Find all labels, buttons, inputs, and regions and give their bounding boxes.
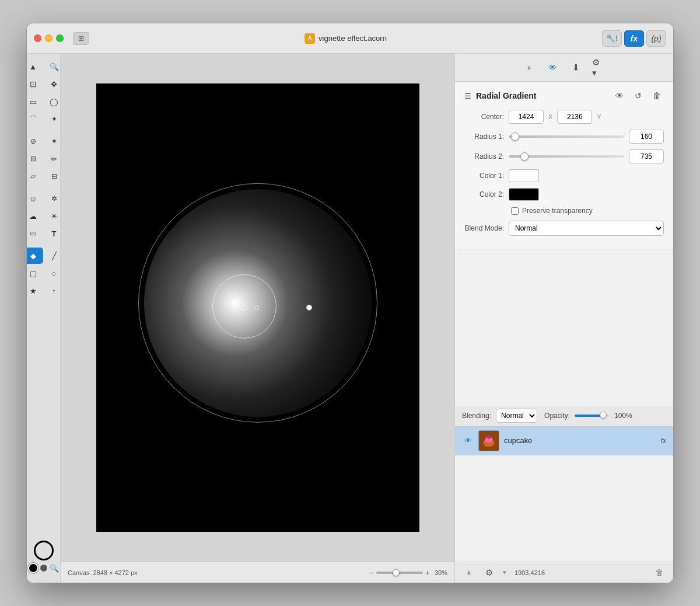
stamp-tool[interactable]: ☺ bbox=[27, 190, 43, 207]
opacity-slider-thumb[interactable] bbox=[600, 412, 607, 419]
layers-toolbar: Blending: Normal Multiply Screen Opacity… bbox=[455, 406, 673, 427]
zoom-tool-bottom[interactable]: 🔍 bbox=[49, 563, 60, 573]
radius1-slider-thumb[interactable] bbox=[511, 133, 519, 141]
color1-row: Color 1: bbox=[464, 169, 664, 182]
preserve-transparency-label[interactable]: Preserve transparency bbox=[522, 207, 593, 215]
blending-row: Blending: Normal Multiply Screen bbox=[462, 409, 537, 423]
svg-point-5 bbox=[490, 438, 491, 439]
fx-button[interactable]: fx bbox=[624, 30, 644, 47]
add-layer-button[interactable]: + bbox=[462, 566, 476, 580]
filter-icons: 👁 ↺ 🗑 bbox=[612, 89, 664, 103]
color1-swatch[interactable] bbox=[509, 169, 539, 182]
color2-row: Color 2: bbox=[464, 188, 664, 201]
crop-tool[interactable]: ⊡ bbox=[27, 76, 43, 92]
color-switcher-area: 🔍 bbox=[28, 563, 60, 573]
opacity-slider[interactable] bbox=[575, 415, 610, 417]
star-tool[interactable]: ★ bbox=[27, 283, 43, 299]
script-button[interactable]: (p) bbox=[646, 30, 666, 47]
settings-icon[interactable]: ⚙ ▾ bbox=[592, 61, 606, 75]
radius2-dot[interactable] bbox=[306, 305, 312, 311]
center-label: Center: bbox=[464, 113, 504, 121]
add-filter-icon[interactable]: + bbox=[522, 61, 536, 75]
tools-button[interactable]: 🔧! bbox=[602, 30, 622, 47]
panel-toolbar: + 👁 ⬇ ⚙ ▾ bbox=[455, 54, 673, 82]
center-y-input[interactable] bbox=[557, 110, 592, 124]
radius2-slider-thumb[interactable] bbox=[520, 152, 528, 161]
pen-tool[interactable]: ◆ bbox=[27, 248, 43, 264]
blend-mode-select[interactable]: Normal Multiply Screen Overlay Darken Li… bbox=[509, 221, 664, 236]
color2-swatch[interactable] bbox=[509, 188, 539, 201]
canvas-container[interactable] bbox=[61, 54, 454, 562]
filter-delete-icon[interactable]: 🗑 bbox=[650, 89, 664, 103]
filter-drag-handle[interactable]: ☰ bbox=[464, 92, 471, 100]
preserve-transparency-checkbox[interactable] bbox=[511, 207, 519, 215]
color1-label: Color 1: bbox=[464, 172, 504, 180]
delete-layer-button[interactable]: 🗑 bbox=[652, 566, 666, 580]
tool-row-5: ⊘ ✶ bbox=[27, 133, 64, 149]
background-color[interactable] bbox=[40, 564, 48, 572]
title-area: A vignette effect.acorn bbox=[94, 33, 597, 44]
radius2-input[interactable] bbox=[629, 149, 664, 163]
blending-select[interactable]: Normal Multiply Screen bbox=[496, 409, 537, 423]
panel-spacer bbox=[455, 249, 673, 406]
brush-size-indicator bbox=[34, 541, 54, 560]
titlebar: ⊞ A vignette effect.acorn 🔧! fx (p) bbox=[27, 23, 673, 54]
canvas-area: Canvas: 2848 × 4272 px − + 30% bbox=[61, 54, 454, 583]
rect-select-tool[interactable]: ▭ bbox=[27, 93, 43, 110]
center-dot[interactable] bbox=[242, 305, 247, 311]
sidebar-toggle-button[interactable]: ⊞ bbox=[73, 32, 89, 45]
arrow-tool[interactable]: ▲ bbox=[27, 58, 43, 75]
eyedropper-tool[interactable]: ⊘ bbox=[27, 133, 43, 149]
eye-icon[interactable]: 👁 bbox=[545, 61, 559, 75]
bottom-separator: ▾ bbox=[503, 569, 506, 576]
tool-row-3: ▭ ◯ bbox=[27, 93, 64, 110]
zoom-slider-thumb[interactable] bbox=[393, 569, 400, 576]
canvas[interactable] bbox=[96, 83, 419, 532]
right-panel: + 👁 ⬇ ⚙ ▾ ☰ Radial Gradient 👁 ↺ 🗑 bbox=[454, 54, 673, 583]
layer-settings-button[interactable]: ⚙ bbox=[482, 566, 496, 580]
lasso-tool[interactable]: ⌒ bbox=[27, 111, 43, 127]
zoom-in-button[interactable]: + bbox=[425, 568, 430, 577]
minimize-button[interactable] bbox=[45, 34, 52, 42]
zoom-out-button[interactable]: − bbox=[369, 568, 374, 577]
tool-row-12: ▢ ○ bbox=[27, 265, 64, 281]
layer-fx-badge[interactable]: fx bbox=[661, 437, 666, 445]
zoom-slider[interactable] bbox=[376, 572, 423, 574]
radius1-slider[interactable] bbox=[509, 135, 624, 138]
svg-point-4 bbox=[487, 438, 488, 439]
filter-visibility-icon[interactable]: 👁 bbox=[612, 89, 626, 103]
close-button[interactable] bbox=[34, 34, 41, 42]
rect-outline-tool[interactable]: ▢ bbox=[27, 265, 43, 281]
filter-title: Radial Gradient bbox=[476, 91, 608, 100]
tool-row-11: ◆ ╱ bbox=[27, 248, 64, 264]
tool-row-13: ★ ↑ bbox=[27, 283, 64, 299]
blending-label: Blending: bbox=[462, 412, 491, 420]
maximize-button[interactable] bbox=[56, 34, 64, 42]
x-badge: X bbox=[548, 113, 552, 120]
layer-thumbnail bbox=[478, 430, 499, 451]
radius1-row: Radius 1: bbox=[464, 130, 664, 144]
rect-shape-tool[interactable]: ▭ bbox=[27, 225, 43, 242]
filter-header: ☰ Radial Gradient 👁 ↺ 🗑 bbox=[464, 89, 664, 103]
opacity-value: 100% bbox=[614, 412, 632, 420]
bottom-bar: + ⚙ ▾ 1903,4216 🗑 bbox=[455, 562, 673, 583]
filter-reset-icon[interactable]: ↺ bbox=[631, 89, 645, 103]
center-x-input[interactable] bbox=[509, 110, 544, 124]
traffic-lights bbox=[34, 34, 64, 42]
layer-visibility-toggle[interactable]: 👁 bbox=[462, 435, 474, 447]
foreground-color[interactable] bbox=[28, 563, 38, 573]
color2-label: Color 2: bbox=[464, 190, 504, 198]
filter-section: ☰ Radial Gradient 👁 ↺ 🗑 Center: X Y bbox=[455, 82, 673, 249]
radius1-input[interactable] bbox=[629, 130, 664, 144]
eraser-tool[interactable]: ▱ bbox=[27, 168, 43, 184]
radius1-dot[interactable] bbox=[254, 305, 259, 310]
layer-item[interactable]: 👁 cupcake fx bbox=[455, 427, 673, 455]
radius1-label: Radius 1: bbox=[464, 133, 504, 141]
download-icon[interactable]: ⬇ bbox=[569, 61, 583, 75]
cloud-tool[interactable]: ☁ bbox=[27, 208, 43, 224]
radius2-slider[interactable] bbox=[509, 155, 624, 158]
tool-row-10: ▭ T bbox=[27, 225, 64, 242]
tool-row-9: ☁ ☀ bbox=[27, 208, 64, 224]
preserve-transparency-row: Preserve transparency bbox=[511, 207, 664, 215]
paint-bucket-tool[interactable]: ⊟ bbox=[27, 151, 43, 167]
